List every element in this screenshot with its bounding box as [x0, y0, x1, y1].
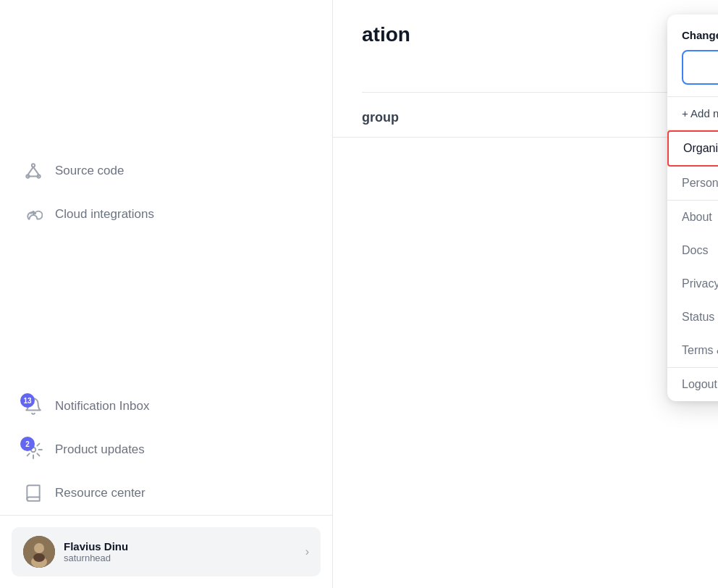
- terms-item[interactable]: Terms & Conditions: [667, 334, 718, 367]
- sidebar-item-product-updates[interactable]: 2 Product updates: [6, 429, 326, 470]
- chevron-right-icon: ›: [305, 545, 309, 558]
- org-settings-item[interactable]: Organization settings: [667, 130, 718, 167]
- status-item[interactable]: Status: [667, 301, 718, 334]
- change-account-label: Change account:: [682, 29, 718, 41]
- sidebar-item-notifications-label: Notification Inbox: [55, 399, 149, 413]
- user-profile[interactable]: Flavius Dinu saturnhead ›: [12, 527, 321, 576]
- dropdown-header: Change account:: [667, 14, 718, 96]
- book-icon: [23, 483, 43, 503]
- add-new-item[interactable]: + Add new: [667, 97, 718, 130]
- product-updates-badge: 2: [20, 437, 35, 451]
- cloud-icon: [23, 204, 43, 224]
- svg-point-11: [33, 553, 45, 562]
- sidebar: Source code Cloud integrations 13 N: [0, 0, 333, 588]
- sidebar-item-cloud-integrations[interactable]: Cloud integrations: [6, 194, 326, 235]
- section-title: group: [362, 110, 689, 125]
- personal-settings-item[interactable]: Personal settings: [667, 167, 718, 200]
- user-name: Flavius Dinu: [64, 540, 297, 553]
- sidebar-item-resource-center[interactable]: Resource center: [6, 473, 326, 513]
- svg-line-4: [33, 167, 39, 175]
- sidebar-item-source-code[interactable]: Source code: [6, 151, 326, 191]
- source-code-icon: [23, 161, 43, 181]
- sidebar-item-source-code-label: Source code: [55, 164, 124, 178]
- sidebar-item-product-updates-label: Product updates: [55, 442, 145, 457]
- sidebar-item-notification-inbox[interactable]: 13 Notification Inbox: [6, 386, 326, 427]
- logout-item[interactable]: Logout: [667, 368, 718, 401]
- sidebar-bottom: Flavius Dinu saturnhead ›: [0, 515, 332, 588]
- main-content: ation group Change account: + Add new Or…: [333, 0, 718, 588]
- sidebar-item-resource-center-label: Resource center: [55, 486, 145, 500]
- page-title: ation: [362, 23, 689, 46]
- privacy-item[interactable]: Privacy: [667, 267, 718, 301]
- user-username: saturnhead: [64, 553, 297, 563]
- docs-item[interactable]: Docs: [667, 234, 718, 267]
- sidebar-item-cloud-label: Cloud integrations: [55, 207, 154, 222]
- svg-point-9: [34, 543, 44, 553]
- avatar: [23, 536, 55, 568]
- account-switcher: [682, 50, 718, 85]
- account-dropdown: Change account: + Add new Organization s…: [667, 14, 718, 401]
- main-header: ation group: [333, 0, 718, 138]
- account-button-primary[interactable]: [682, 50, 718, 85]
- about-item[interactable]: About: [667, 201, 718, 234]
- notification-badge: 13: [20, 393, 35, 408]
- svg-line-3: [28, 167, 33, 175]
